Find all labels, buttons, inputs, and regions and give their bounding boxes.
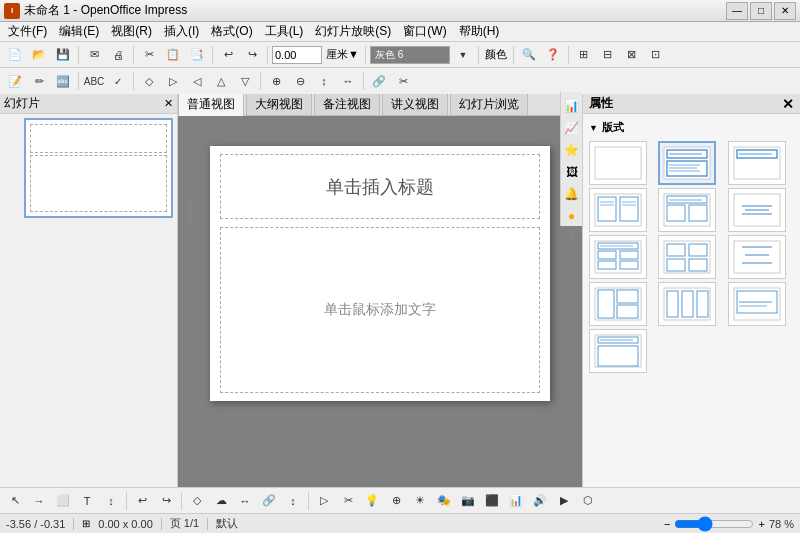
menu-file[interactable]: 文件(F) bbox=[2, 21, 53, 42]
layout-bottom-title[interactable] bbox=[728, 282, 786, 326]
fmt-btn7[interactable]: ▷ bbox=[162, 70, 184, 92]
layout-blank[interactable] bbox=[589, 141, 647, 185]
size-input[interactable] bbox=[272, 46, 322, 64]
close-button[interactable]: ✕ bbox=[774, 2, 796, 20]
fmt-btn11[interactable]: ⊕ bbox=[265, 70, 287, 92]
menu-format[interactable]: 格式(O) bbox=[205, 21, 258, 42]
prop-icon-chart[interactable]: 📊 bbox=[562, 96, 582, 116]
fmt-btn5[interactable]: ✓ bbox=[107, 70, 129, 92]
resize-tool[interactable]: ↕ bbox=[100, 490, 122, 512]
tab-handout[interactable]: 讲义视图 bbox=[382, 94, 448, 115]
split-tool[interactable]: ↕ bbox=[282, 490, 304, 512]
light-tool[interactable]: 💡 bbox=[361, 490, 383, 512]
layout-title-only[interactable] bbox=[728, 141, 786, 185]
cut-button[interactable]: ✂ bbox=[138, 44, 160, 66]
new-button[interactable]: 📄 bbox=[4, 44, 26, 66]
minimize-button[interactable]: — bbox=[726, 2, 748, 20]
chain-tool[interactable]: 🔗 bbox=[258, 490, 280, 512]
layout-title-four[interactable] bbox=[589, 235, 647, 279]
restore-button[interactable]: □ bbox=[750, 2, 772, 20]
fmt-btn13[interactable]: ↕ bbox=[313, 70, 335, 92]
tab-normal[interactable]: 普通视图 bbox=[178, 94, 244, 116]
undo-tool[interactable]: ↩ bbox=[131, 490, 153, 512]
layout-three-col[interactable] bbox=[658, 282, 716, 326]
camera-tool[interactable]: 📷 bbox=[457, 490, 479, 512]
paste-button[interactable]: 📑 bbox=[186, 44, 208, 66]
fmt-btn14[interactable]: ↔ bbox=[337, 70, 359, 92]
prop-icon-graph[interactable]: 📈 bbox=[562, 118, 582, 138]
print-button[interactable]: 🖨 bbox=[107, 44, 129, 66]
zoom-minus[interactable]: − bbox=[664, 518, 670, 530]
tab-notes[interactable]: 备注视图 bbox=[314, 94, 380, 115]
fmt-btn12[interactable]: ⊖ bbox=[289, 70, 311, 92]
fmt-btn2[interactable]: ✏ bbox=[28, 70, 50, 92]
link-tool[interactable]: ↔ bbox=[234, 490, 256, 512]
cut-tool[interactable]: ✂ bbox=[337, 490, 359, 512]
prop-icon-fire[interactable]: ● bbox=[562, 206, 582, 226]
layout-four-blocks[interactable] bbox=[658, 235, 716, 279]
redo-button[interactable]: ↪ bbox=[241, 44, 263, 66]
diamond-tool[interactable]: ◇ bbox=[186, 490, 208, 512]
fmt-btn6[interactable]: ◇ bbox=[138, 70, 160, 92]
menu-edit[interactable]: 编辑(E) bbox=[53, 21, 105, 42]
black-tool[interactable]: ⬛ bbox=[481, 490, 503, 512]
email-button[interactable]: ✉ bbox=[83, 44, 105, 66]
slide-content-box[interactable]: 单击鼠标添加文字 bbox=[220, 227, 540, 393]
layout-title-two-col[interactable] bbox=[658, 188, 716, 232]
select-tool[interactable]: ↖ bbox=[4, 490, 26, 512]
layout-two-col[interactable] bbox=[589, 188, 647, 232]
plus-tool[interactable]: ⊕ bbox=[385, 490, 407, 512]
fmt-btn15[interactable]: 🔗 bbox=[368, 70, 390, 92]
menu-tools[interactable]: 工具(L) bbox=[259, 21, 310, 42]
sun-tool[interactable]: ☀ bbox=[409, 490, 431, 512]
prop-icon-star[interactable]: ⭐ bbox=[562, 140, 582, 160]
cloud-tool[interactable]: ☁ bbox=[210, 490, 232, 512]
extra-btn4[interactable]: ⊡ bbox=[645, 44, 667, 66]
slide-panel-close[interactable]: ✕ bbox=[164, 97, 173, 110]
video-tool[interactable]: ▶ bbox=[553, 490, 575, 512]
tab-outline[interactable]: 大纲视图 bbox=[246, 94, 312, 115]
fmt-btn4[interactable]: ABC bbox=[83, 70, 105, 92]
layout-title-centered[interactable] bbox=[728, 235, 786, 279]
zoom-plus[interactable]: + bbox=[758, 518, 764, 530]
chart-tool[interactable]: 📊 bbox=[505, 490, 527, 512]
audio-tool[interactable]: 🔊 bbox=[529, 490, 551, 512]
zoom-button[interactable]: 🔍 bbox=[518, 44, 540, 66]
rect-tool[interactable]: ⬜ bbox=[52, 490, 74, 512]
layout-title-content[interactable] bbox=[658, 141, 716, 185]
fmt-btn3[interactable]: 🔤 bbox=[52, 70, 74, 92]
copy-button[interactable]: 📋 bbox=[162, 44, 184, 66]
menu-view[interactable]: 视图(R) bbox=[105, 21, 158, 42]
extra-btn2[interactable]: ⊟ bbox=[597, 44, 619, 66]
extra-btn3[interactable]: ⊠ bbox=[621, 44, 643, 66]
fmt-btn9[interactable]: △ bbox=[210, 70, 232, 92]
extra-btn1[interactable]: ⊞ bbox=[573, 44, 595, 66]
fmt-btn8[interactable]: ◁ bbox=[186, 70, 208, 92]
fmt-btn1[interactable]: 📝 bbox=[4, 70, 26, 92]
canvas-scroll[interactable]: Ansix 单击插入标题 单击鼠标添加文字 Ansix bbox=[178, 116, 582, 487]
color-dropdown[interactable]: ▼ bbox=[452, 44, 474, 66]
prop-icon-notify[interactable]: 🔔 bbox=[562, 184, 582, 204]
slide-title-box[interactable]: 单击插入标题 bbox=[220, 154, 540, 219]
save-button[interactable]: 💾 bbox=[52, 44, 74, 66]
fmt-btn16[interactable]: ✂ bbox=[392, 70, 414, 92]
slide-thumb-1[interactable] bbox=[24, 118, 173, 218]
text-tool[interactable]: T bbox=[76, 490, 98, 512]
hex-tool[interactable]: ⬡ bbox=[577, 490, 599, 512]
mask-tool[interactable]: 🎭 bbox=[433, 490, 455, 512]
tab-slide-browser[interactable]: 幻灯片浏览 bbox=[450, 94, 528, 115]
fmt-btn10[interactable]: ▽ bbox=[234, 70, 256, 92]
layout-two-row[interactable] bbox=[589, 329, 647, 373]
layout-big-content[interactable] bbox=[589, 282, 647, 326]
menu-help[interactable]: 帮助(H) bbox=[453, 21, 506, 42]
arrow-tool[interactable]: → bbox=[28, 490, 50, 512]
zoom-slider[interactable] bbox=[674, 518, 754, 530]
menu-insert[interactable]: 插入(I) bbox=[158, 21, 205, 42]
layout-centered-text[interactable] bbox=[728, 188, 786, 232]
open-button[interactable]: 📂 bbox=[28, 44, 50, 66]
help-button[interactable]: ❓ bbox=[542, 44, 564, 66]
prop-icon-image[interactable]: 🖼 bbox=[562, 162, 582, 182]
play-tool[interactable]: ▷ bbox=[313, 490, 335, 512]
menu-slideshow[interactable]: 幻灯片放映(S) bbox=[309, 21, 397, 42]
menu-window[interactable]: 窗口(W) bbox=[397, 21, 452, 42]
